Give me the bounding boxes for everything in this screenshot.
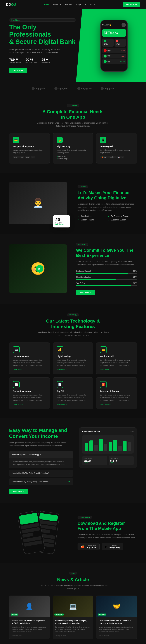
learn-more-link-0[interactable]: Learn more → xyxy=(13,369,46,370)
accordion: How to Register in The Dolby App ? ▲ Lor… xyxy=(9,451,73,485)
phone-expense-card: Expense $2,100 xyxy=(115,38,126,46)
manage-title: Easy Way to Manage and Convert Your Inco… xyxy=(9,427,73,439)
chevron-down-icon: ▼ xyxy=(68,472,70,474)
technology-grid: 💻 Online Payment Lorem ipsum dolor sit a… xyxy=(9,342,137,409)
google-play-icon: ▶ xyxy=(105,545,107,548)
experience-cta-button[interactable]: Read More → xyxy=(76,290,95,295)
download-section: Download App Download and Register From … xyxy=(0,503,146,563)
digital-icon: 📱 xyxy=(100,137,106,143)
experience-title: We Commit To Give You The Best Experienc… xyxy=(76,248,137,258)
avatar xyxy=(122,23,126,27)
tech-card-3: 📈 Online Investment Lorem ipsum dolor si… xyxy=(9,378,50,409)
nav-services[interactable]: Services xyxy=(65,3,73,6)
app-store-button[interactable]: 🍎 Download on the App Store xyxy=(78,543,100,550)
hero-title: The Only Professionals & Secure Digital … xyxy=(9,24,76,46)
learn-more-link-2[interactable]: Learn more → xyxy=(100,369,133,370)
accordion-header-1[interactable]: How to Sign Up The Dolby & Mobile Versio… xyxy=(9,470,73,476)
nav-about[interactable]: About Us xyxy=(53,3,61,6)
nav-cta-button[interactable]: Get Started xyxy=(123,2,140,7)
news-header: Blog News & Article Lorem ipsum dolor si… xyxy=(9,572,137,590)
manage-app-area: Financial Overview 2024 Total Balance $1… xyxy=(79,427,137,468)
news-badge-2: Business xyxy=(98,614,106,616)
progress-bar xyxy=(76,273,137,274)
financial-title: A Complete Financial Needs In One App xyxy=(9,109,137,120)
technology-badge: Technology xyxy=(67,313,79,316)
progress-fill xyxy=(76,273,128,274)
phone-header: Hi, User 👋 xyxy=(102,23,126,27)
hero-stat-1: 90 % Launched Count xyxy=(25,58,37,64)
list-item: Spotify Jan 23 -$9.99 xyxy=(102,54,126,58)
news-description: Lorem ipsum dolor sit amet consectetur a… xyxy=(36,584,110,590)
tech-card-2: 💳 Debit & Credit Lorem ipsum dolor sit a… xyxy=(96,342,137,374)
download-description: Lorem ipsum dolor sit amet, consectetur … xyxy=(78,533,137,539)
online-investment-icon: 📈 xyxy=(13,381,20,388)
nav-logo: DOQU xyxy=(6,2,16,6)
manage-cta-button[interactable]: Read More → xyxy=(9,489,28,494)
pay-bill-icon: 📄 xyxy=(57,381,63,388)
brand-0: logogram xyxy=(32,87,45,90)
progress-fill xyxy=(76,285,131,286)
accordion-header-2[interactable]: How to Invest My Money Using Dolby Inves… xyxy=(9,478,73,485)
hero-stats: 789 M Downloaded App 90 % Launched Count… xyxy=(9,58,76,64)
digitalize-description: Lorem ipsum dolor sit amet, consectetur … xyxy=(78,202,137,212)
news-image-0: 👤 Finance xyxy=(9,596,50,617)
technology-section: Technology Our Latest Technology & Inter… xyxy=(0,304,146,418)
chart-bar xyxy=(94,445,98,451)
progress-item-0: Customer Support 85% xyxy=(76,270,137,274)
digitalize-content: Features Let's Makes Your Finance Activi… xyxy=(75,185,137,221)
store-buttons: 🍎 Download on the App Store ▶ Get it on … xyxy=(78,543,137,550)
chevron-down-icon: ▼ xyxy=(68,480,70,483)
chart-bar xyxy=(123,441,126,451)
progress-bar xyxy=(76,285,137,286)
accordion-header-0[interactable]: How to Register in The Dolby App ? ▲ xyxy=(9,451,73,458)
list-item: Netflix Jan 24 -$12.00 xyxy=(102,48,126,53)
phone-balance-card: Total Balance $12,500.00 xyxy=(102,29,126,37)
google-play-button[interactable]: ▶ Get it on Google Play xyxy=(102,543,123,550)
technology-description: Lorem ipsum dolor sit amet, consectetur … xyxy=(36,331,110,337)
news-card-2: 🤝 Business Grab's venture and Sea to ush… xyxy=(96,596,137,639)
chart-bar xyxy=(99,439,103,451)
news-badge: Blog xyxy=(69,572,77,575)
learn-more-link-5[interactable]: Learn more → xyxy=(100,404,133,405)
experience-description: Lorem ipsum dolor sit amet, consectetur … xyxy=(76,260,137,266)
progress-bar xyxy=(76,279,137,280)
download-badge: Download App xyxy=(78,516,92,519)
hero-cta-button[interactable]: Get Started xyxy=(9,68,27,73)
brand-icon-2 xyxy=(77,87,80,90)
chevron-up-icon: ▲ xyxy=(68,454,70,456)
expense-icon xyxy=(116,40,118,42)
chart-bar xyxy=(118,446,122,451)
app-header: Financial Overview 2024 xyxy=(82,430,134,433)
nav-contact[interactable]: Contact Us xyxy=(85,3,95,6)
download-phones xyxy=(9,512,68,554)
debit-credit-icon: 💳 xyxy=(100,346,107,353)
play-button[interactable]: ▶ xyxy=(36,265,43,272)
news-section: Blog News & Article Lorem ipsum dolor si… xyxy=(0,563,146,644)
feature-card-1: 🔒 High Security Lorem ipsum dolor sit am… xyxy=(53,133,93,164)
online-payment-icon: 💻 xyxy=(13,346,20,353)
experience-badge: Experience xyxy=(76,243,88,246)
news-image-1: 💻 Technology xyxy=(53,596,93,617)
nav-pages[interactable]: Pages xyxy=(76,3,82,6)
security-dot xyxy=(57,156,57,157)
apple-icon: 🍎 xyxy=(81,545,85,548)
news-badge-0: Finance xyxy=(11,614,18,616)
chart-bar xyxy=(128,442,131,451)
learn-more-link-3[interactable]: Learn more → xyxy=(13,404,46,405)
learn-more-link-1[interactable]: Learn more → xyxy=(57,369,90,370)
chart-bar xyxy=(85,443,88,451)
financial-section: Our Service A Complete Financial Needs I… xyxy=(0,95,146,172)
accordion-item-1: How to Sign Up The Dolby & Mobile Versio… xyxy=(9,470,73,477)
security-items: Encryption 2FA Message xyxy=(57,156,90,160)
learn-more-link-4[interactable]: Learn more → xyxy=(57,404,90,405)
security-icon: 🔒 xyxy=(57,137,63,143)
news-badge-1: Technology xyxy=(54,614,64,616)
nav-home[interactable]: Home xyxy=(44,3,49,6)
chart-bar xyxy=(113,440,117,451)
payment-icon: 💳 xyxy=(13,137,19,143)
tech-card-1: 💰 Digital Saving Lorem ipsum dolor sit a… xyxy=(53,342,93,374)
news-articles-grid: 👤 Finance Special Deals for New User Reg… xyxy=(9,596,137,639)
security-dot xyxy=(57,158,57,159)
brand-icon-3 xyxy=(101,87,104,90)
financial-features-grid: 💳 Support All Payment Lorem ipsum dolor … xyxy=(9,133,137,164)
